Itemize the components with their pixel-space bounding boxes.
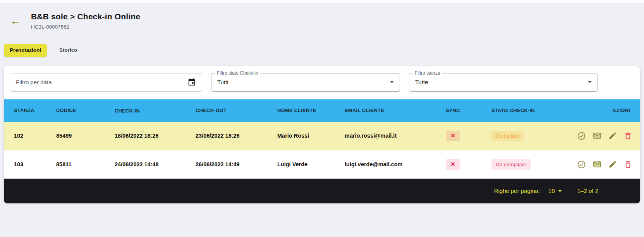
col-header-nome-cliente[interactable]: NOME CLIENTE	[277, 107, 345, 113]
bookings-card: Filtro per data Filtro stato Check-in Tu…	[4, 66, 640, 203]
delete-button[interactable]	[623, 131, 632, 140]
pagination-range: 1–2 of 2	[577, 188, 598, 194]
filters-bar: Filtro per data Filtro stato Check-in Tu…	[4, 66, 640, 99]
back-arrow-icon: ←	[10, 16, 21, 26]
table-row[interactable]: 103 85811 24/06/2022 14:48 26/06/2022 14…	[4, 150, 640, 179]
rows-per-page-label: Righe per pagina:	[494, 188, 540, 194]
title-block: B&B sole > Check-in Online HC3L-00007562	[31, 12, 140, 30]
chevron-down-icon	[558, 190, 562, 192]
envelope-icon	[592, 131, 602, 140]
tab-storico[interactable]: Storico	[53, 44, 83, 57]
chevron-down-icon	[588, 81, 592, 83]
cell-email-cliente: mario.rossi@mail.it	[345, 133, 446, 139]
cell-checkout: 23/06/2022 18:26	[196, 133, 277, 139]
page-title: B&B sole > Check-in Online	[31, 12, 140, 21]
cell-nome-cliente: Mario Rossi	[277, 133, 345, 139]
col-header-azioni: AZIONI	[577, 107, 640, 113]
col-header-sync[interactable]: SYNC	[446, 107, 491, 113]
tab-prenotazioni[interactable]: Prenotazioni	[4, 44, 47, 57]
status-filter-label: Filtro stato Check-in	[215, 70, 260, 76]
delete-button[interactable]	[623, 160, 632, 169]
rows-per-page-value: 10	[548, 188, 555, 194]
cell-azioni	[577, 160, 640, 169]
page-header: ← B&B sole > Check-in Online HC3L-000075…	[0, 3, 644, 30]
page-subtitle: HC3L-00007562	[31, 24, 140, 30]
room-filter-select[interactable]: Filtro stanza Tutte	[409, 73, 598, 92]
cell-checkin: 24/06/2022 14:48	[115, 161, 196, 167]
cell-stanza: 102	[14, 133, 56, 139]
calendar-button[interactable]	[187, 78, 196, 87]
sync-failed-x-icon[interactable]: ✕	[446, 131, 460, 141]
pencil-icon	[608, 160, 617, 169]
rows-per-page-select[interactable]: 10	[548, 188, 562, 194]
edit-button[interactable]	[608, 160, 617, 169]
cell-checkin: 18/06/2022 18:26	[115, 133, 196, 139]
pencil-icon	[608, 131, 617, 140]
cell-stato-checkin: Da compilare	[491, 159, 577, 170]
cell-sync: ✕	[446, 159, 491, 170]
status-filter-value: Tutti	[217, 79, 390, 85]
chevron-down-icon	[390, 81, 394, 83]
confirm-checkin-button[interactable]	[577, 160, 586, 169]
pagination-bar: Righe per pagina: 10 1–2 of 2	[4, 179, 640, 203]
status-badge: Compilato	[491, 131, 524, 141]
cell-nome-cliente: Luigi Verde	[277, 161, 345, 167]
calendar-icon	[187, 78, 196, 87]
table-header: STANZA CODICE CHECK-IN↑ CHECK-OUT NOME C…	[4, 99, 640, 122]
top-strip	[0, 0, 644, 3]
check-circle-icon	[577, 160, 586, 169]
col-header-checkin[interactable]: CHECK-IN↑	[115, 107, 196, 114]
col-header-checkin-label: CHECK-IN	[115, 108, 140, 114]
confirm-checkin-button[interactable]	[577, 131, 586, 140]
status-filter-select[interactable]: Filtro stato Check-in Tutti	[211, 73, 400, 92]
back-button[interactable]: ←	[10, 16, 21, 26]
sync-failed-x-icon[interactable]: ✕	[446, 159, 460, 170]
check-circle-icon	[577, 131, 586, 140]
row-actions	[577, 160, 632, 169]
cell-codice: 85499	[56, 133, 115, 139]
date-filter-placeholder: Filtro per data	[16, 79, 187, 85]
cell-stanza: 103	[14, 161, 56, 167]
cell-azioni	[577, 131, 640, 140]
col-header-codice[interactable]: CODICE	[56, 107, 115, 113]
send-email-button[interactable]	[592, 160, 602, 169]
envelope-icon	[592, 160, 602, 169]
room-filter-value: Tutte	[415, 79, 588, 85]
cell-codice: 85811	[56, 161, 115, 167]
trash-icon	[623, 160, 632, 169]
col-header-checkout[interactable]: CHECK-OUT	[196, 107, 277, 113]
cell-stato-checkin: Compilato	[491, 131, 577, 141]
trash-icon	[623, 131, 632, 140]
tabs-bar: Prenotazioni Storico	[4, 44, 644, 57]
col-header-stanza[interactable]: STANZA	[14, 107, 56, 113]
status-badge: Da compilare	[491, 159, 531, 170]
row-actions	[577, 131, 632, 140]
cell-checkout: 26/06/2022 14:49	[196, 161, 277, 167]
col-header-stato-checkin[interactable]: STATO CHECK-IN	[491, 107, 577, 113]
edit-button[interactable]	[608, 131, 617, 140]
send-email-button[interactable]	[592, 131, 602, 140]
cell-sync: ✕	[446, 131, 491, 141]
room-filter-label: Filtro stanza	[413, 70, 442, 76]
sort-ascending-icon[interactable]: ↑	[143, 107, 145, 114]
col-header-email-cliente[interactable]: EMAIL CLIENTE	[345, 107, 446, 113]
date-filter-input[interactable]: Filtro per data	[10, 73, 202, 92]
table-row[interactable]: 102 85499 18/06/2022 18:26 23/06/2022 18…	[4, 122, 640, 150]
cell-email-cliente: luigi.verde@mail.com	[345, 161, 446, 167]
